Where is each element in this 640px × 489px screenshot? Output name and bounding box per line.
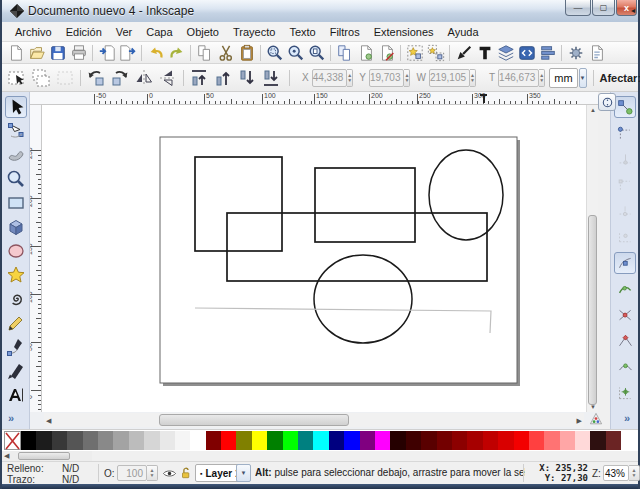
create-clone-button[interactable] bbox=[355, 43, 376, 63]
zoom-spinner[interactable]: ▲▼ bbox=[629, 465, 640, 481]
no-color-swatch[interactable] bbox=[4, 431, 21, 450]
snap-bbox-edge-midpoints-button[interactable] bbox=[614, 200, 636, 222]
new-document-button[interactable] bbox=[5, 43, 26, 63]
palette-swatch[interactable] bbox=[560, 431, 575, 450]
palette-swatch[interactable] bbox=[313, 431, 328, 450]
menu-capa[interactable]: Capa bbox=[139, 23, 179, 41]
pencil-tool-button[interactable] bbox=[5, 312, 27, 334]
units-combo[interactable]: mm bbox=[549, 68, 577, 88]
ellipse-tool-button[interactable] bbox=[5, 240, 27, 262]
palette-swatch[interactable] bbox=[421, 431, 436, 450]
palette-swatch[interactable] bbox=[252, 431, 267, 450]
spiral-tool-button[interactable] bbox=[5, 288, 27, 310]
snap-object-centers-button[interactable] bbox=[614, 382, 636, 404]
xml-editor-button[interactable] bbox=[516, 43, 537, 63]
zoom-drawing-button[interactable] bbox=[285, 43, 306, 63]
document-properties-button[interactable] bbox=[586, 43, 607, 63]
palette-swatch[interactable] bbox=[175, 431, 190, 450]
fill-value[interactable]: N/D bbox=[62, 463, 79, 474]
palette-swatch[interactable] bbox=[67, 431, 82, 450]
scroll-right-icon[interactable]: ▶ bbox=[577, 417, 582, 425]
palette-swatch[interactable] bbox=[575, 431, 590, 450]
y-field[interactable]: 19,703 bbox=[369, 69, 405, 87]
palette-scrollbar[interactable]: ◀ bbox=[2, 451, 92, 461]
menu-archivo[interactable]: Archivo bbox=[8, 23, 59, 41]
palette-swatch[interactable] bbox=[52, 431, 67, 450]
toolbox-overflow-chevron[interactable]: » bbox=[8, 412, 14, 424]
palette-swatch[interactable] bbox=[298, 431, 313, 450]
snap-smooth-nodes-button[interactable] bbox=[614, 356, 636, 378]
palette-swatch[interactable] bbox=[606, 431, 621, 450]
print-button[interactable] bbox=[68, 43, 89, 63]
palette-swatch[interactable] bbox=[437, 431, 452, 450]
redo-button[interactable] bbox=[166, 43, 187, 63]
ruler-corner-button[interactable] bbox=[598, 93, 616, 111]
palette-swatch[interactable] bbox=[283, 431, 298, 450]
zoom-field[interactable]: 43% bbox=[603, 465, 629, 481]
vertical-scroll-thumb[interactable] bbox=[588, 215, 597, 405]
palette-swatch[interactable] bbox=[514, 431, 529, 450]
calligraphy-tool-button[interactable] bbox=[5, 360, 27, 382]
menu-ver[interactable]: Ver bbox=[109, 23, 140, 41]
x-field[interactable]: 44,338 bbox=[312, 69, 348, 87]
snapbar-overflow-chevron[interactable]: » bbox=[624, 412, 630, 424]
copy-button[interactable] bbox=[194, 43, 215, 63]
flip-vertical-button[interactable] bbox=[156, 66, 180, 90]
palette-swatch[interactable] bbox=[375, 431, 390, 450]
select-all-button[interactable] bbox=[5, 66, 29, 90]
palette-swatch[interactable] bbox=[467, 431, 482, 450]
layer-visibility-eye-icon[interactable] bbox=[162, 466, 177, 481]
palette-swatch[interactable] bbox=[160, 431, 175, 450]
snap-cusp-nodes-button[interactable] bbox=[614, 330, 636, 352]
snap-bbox-centers-button[interactable] bbox=[614, 226, 636, 248]
snap-bbox-edges-button[interactable] bbox=[614, 148, 636, 170]
snap-bbox-corners-button[interactable] bbox=[614, 174, 636, 196]
cut-button[interactable] bbox=[215, 43, 236, 63]
menu-extensiones[interactable]: Extensiones bbox=[367, 23, 441, 41]
unlink-clone-button[interactable] bbox=[376, 43, 397, 63]
menu-objeto[interactable]: Objeto bbox=[180, 23, 226, 41]
scroll-down-icon[interactable]: ▼ bbox=[588, 404, 598, 410]
horizontal-ruler[interactable]: -50050100150200250300350 bbox=[30, 92, 598, 105]
bezier-tool-button[interactable] bbox=[5, 336, 27, 358]
duplicate-button[interactable] bbox=[334, 43, 355, 63]
palette-swatch[interactable] bbox=[529, 431, 544, 450]
x-spinner[interactable]: ▲▼ bbox=[347, 69, 353, 87]
selector-tool-button[interactable] bbox=[5, 96, 27, 118]
lower-button[interactable] bbox=[235, 66, 259, 90]
palette-swatch[interactable] bbox=[236, 431, 251, 450]
palette-swatch[interactable] bbox=[190, 431, 205, 450]
menu-texto[interactable]: Texto bbox=[282, 23, 322, 41]
star-tool-button[interactable] bbox=[5, 264, 27, 286]
palette-swatch[interactable] bbox=[390, 431, 405, 450]
palette-swatch[interactable] bbox=[267, 431, 282, 450]
text-tool-button[interactable] bbox=[5, 384, 27, 406]
zoom-page-button[interactable] bbox=[306, 43, 327, 63]
lower-to-bottom-button[interactable] bbox=[259, 66, 283, 90]
horizontal-scrollbar[interactable]: ◀ ▶ bbox=[44, 413, 584, 427]
y-spinner[interactable]: ▲▼ bbox=[404, 69, 410, 87]
raise-button[interactable] bbox=[211, 66, 235, 90]
palette-swatch[interactable] bbox=[344, 431, 359, 450]
palette-swatch[interactable] bbox=[406, 431, 421, 450]
title-bar[interactable]: Documento nuevo 4 - Inkscape — ▢ x bbox=[2, 0, 638, 23]
import-button[interactable] bbox=[96, 43, 117, 63]
horizontal-scroll-thumb[interactable] bbox=[159, 414, 349, 426]
vertical-scrollbar[interactable]: ▲ ▼ bbox=[586, 105, 598, 412]
snap-bbox-button[interactable] bbox=[614, 122, 636, 144]
preferences-button[interactable] bbox=[565, 43, 586, 63]
restore-button[interactable]: ▢ bbox=[592, 0, 615, 16]
save-document-button[interactable] bbox=[47, 43, 68, 63]
palette-scroll-thumb[interactable] bbox=[18, 452, 70, 460]
fill-stroke-dialog-button[interactable] bbox=[453, 43, 474, 63]
scroll-up-icon[interactable]: ▲ bbox=[588, 107, 598, 113]
snap-nodes-button[interactable] bbox=[614, 252, 636, 274]
palette-swatch[interactable] bbox=[544, 431, 559, 450]
raise-to-top-button[interactable] bbox=[187, 66, 211, 90]
export-button[interactable] bbox=[117, 43, 138, 63]
deselect-button[interactable] bbox=[53, 66, 77, 90]
h-spinner[interactable]: ▲▼ bbox=[539, 69, 545, 87]
group-objects-button[interactable] bbox=[404, 43, 425, 63]
palette-scroll-left-icon[interactable]: ◀ bbox=[4, 452, 9, 460]
palette-swatch[interactable] bbox=[452, 431, 467, 450]
